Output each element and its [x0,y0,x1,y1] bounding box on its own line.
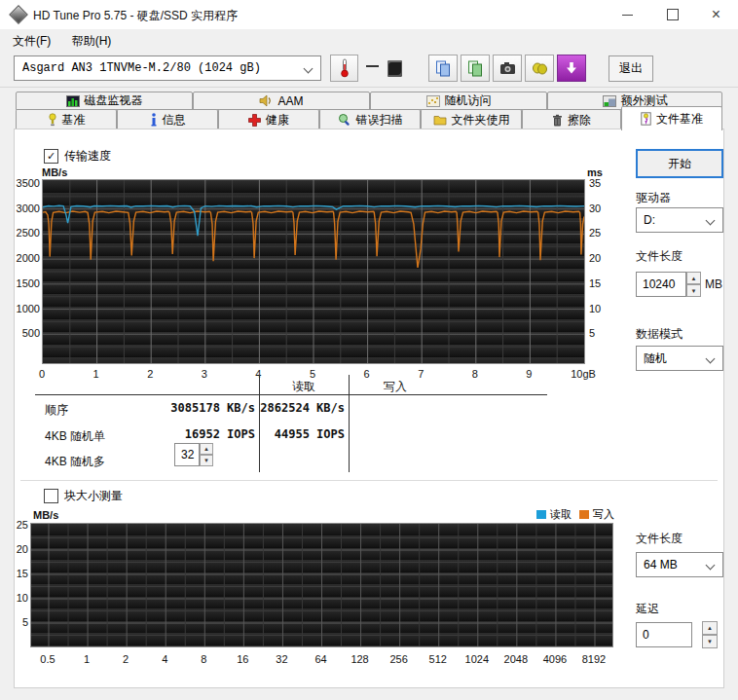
col-header-read: 读取 [270,379,338,395]
axis-tick-label: 1500 [15,277,40,289]
tab-benchmark[interactable]: 基准 [16,109,117,129]
axis-tick-label: 0 [22,368,61,380]
axis-tick-label: 25 [589,227,601,239]
tab-file-benchmark[interactable]: 文件基准 [621,106,722,130]
tab-disk-monitor[interactable]: 磁盘监视器 [16,92,193,110]
stepper-down-icon[interactable]: ▼ [702,635,718,648]
axis-tick-label: 256 [380,653,419,665]
axis-tick-label: 64 [302,653,341,665]
delay-label: 延迟 [636,601,659,617]
stepper-up-icon[interactable]: ▲ [686,272,701,284]
stepper-down-icon[interactable]: ▼ [200,455,213,466]
error-scan-icon [338,113,351,127]
legend-read-label: 读取 [550,507,572,522]
folder-icon [433,114,447,126]
data-mode-select[interactable]: 随机 [636,346,723,371]
axis-tick-label: 25 [3,519,28,531]
row-label-sequential: 顺序 [45,402,68,419]
window-title: HD Tune Pro 5.75 - 硬盘/SSD 实用程序 [33,8,238,24]
copy-image-button[interactable] [461,55,490,82]
tab-aam[interactable]: AAM [193,92,370,110]
exit-button[interactable]: 退出 [609,55,653,82]
tab-label: 擦除 [568,112,591,129]
scatter-icon [426,95,440,107]
exit-button-label: 退出 [619,60,643,77]
file-length-unit: MB [705,277,722,291]
row-label-4kb-single: 4KB 随机单 [45,428,105,445]
queue-depth-input[interactable]: 32 [174,443,200,466]
legend-write-label: 写入 [593,507,614,522]
data-mode-value: 随机 [644,350,667,367]
axis-tick-label: 512 [419,653,458,665]
axis-tick-label: 1 [77,368,116,380]
speaker-icon [259,94,273,107]
file-length-input[interactable]: 10240 [636,272,686,297]
close-button[interactable]: × [694,0,738,29]
drive-select-value: D: [644,213,655,227]
delay-input[interactable]: 0 [636,622,692,647]
axis-tick-label: 35 [589,177,601,189]
maximize-button[interactable] [650,0,694,29]
block-file-length-label: 文件长度 [636,531,683,547]
minimize-button[interactable] [606,0,649,29]
tab-random-access[interactable]: 随机访问 [370,92,547,110]
transfer-chart-plot [42,179,585,364]
tab-info[interactable]: 信息 [117,109,218,129]
temperature-button[interactable] [330,55,358,82]
file-length-stepper[interactable]: ▲ ▼ [686,272,701,297]
table-divider [349,375,350,472]
export-icon [532,61,548,76]
tab-error-scan[interactable]: 错误扫描 [319,109,421,129]
queue-depth-value: 32 [181,448,194,461]
file-length-value: 10240 [643,277,675,291]
checkbox-unchecked-icon [44,489,58,503]
4kb-single-write-value: 44955 IOPS [208,427,345,441]
axis-tick-label: 10 [589,303,601,314]
axis-tick-label: 20 [3,543,28,555]
extra-tests-icon [603,95,616,107]
export-button[interactable] [525,55,554,82]
drive-dropdown[interactable]: Asgard AN3 1TNVMe-M.2/80 (1024 gB) [14,55,321,81]
start-button[interactable]: 开始 [636,149,723,178]
hd-tune-window: HD Tune Pro 5.75 - 硬盘/SSD 实用程序 × 文件(F) 帮… [0,0,738,700]
drive-select[interactable]: D: [636,207,723,233]
disk-monitor-icon [66,95,80,107]
block-size-chart-plot [30,523,613,647]
col-header-write: 写入 [361,379,429,395]
queue-depth-stepper[interactable]: ▲ ▼ [200,443,213,466]
transfer-speed-label: 传输速度 [64,148,111,165]
menu-bar: 文件(F) 帮助(H) [0,29,738,51]
tab-label: 随机访问 [445,92,492,109]
tab-label: 基准 [62,112,86,129]
camera-icon [499,61,516,75]
block-file-length-select[interactable]: 64 MB [636,552,723,577]
delay-stepper[interactable]: ▲ ▼ [702,621,718,648]
start-button-label: 开始 [668,156,691,172]
axis-tick-label: 15 [3,568,28,579]
axis-tick-label: 4 [145,653,184,665]
tab-health[interactable]: 健康 [218,109,319,129]
axis-tick-label: 30 [589,203,601,214]
axis-tick-label: 16 [223,653,262,665]
axis-tick-label: 4096 [535,653,574,665]
transfer-speed-checkbox[interactable]: ✓ 传输速度 [44,148,111,165]
stepper-up-icon[interactable]: ▲ [702,621,718,635]
chevron-down-icon [304,64,314,74]
health-icon [248,114,261,127]
copy-text-button[interactable] [428,55,458,82]
file-benchmark-panel: ✓ 传输速度 MB/s ms 3500300025002000150010005… [14,129,724,688]
axis-tick-label: 20 [589,252,601,264]
tab-label: 信息 [163,112,186,129]
stepper-down-icon[interactable]: ▼ [686,284,701,297]
transfer-chart-canvas [43,180,584,363]
axis-tick-label: 32 [262,653,301,665]
download-button[interactable] [557,55,586,82]
stepper-up-icon[interactable]: ▲ [200,443,213,455]
screenshot-button[interactable] [493,55,522,82]
block-size-checkbox[interactable]: 块大小测量 [44,488,123,504]
y-axis-unit-left: MB/s [42,166,67,178]
tab-erase[interactable]: 擦除 [522,109,621,129]
axis-tick-label: 2 [130,368,169,380]
axis-tick-label: 3000 [15,203,40,214]
tab-folder-usage[interactable]: 文件夹使用 [421,109,522,129]
